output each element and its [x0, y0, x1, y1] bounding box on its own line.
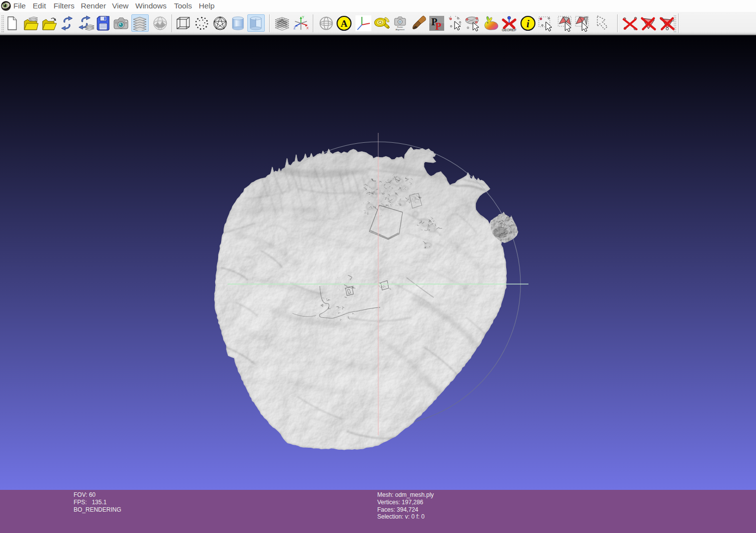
svg-text:i: i: [526, 18, 529, 30]
svg-text:X: X: [306, 26, 309, 30]
svg-text:Z: Z: [293, 26, 296, 30]
svg-text:P: P: [435, 21, 441, 31]
svg-text:A: A: [341, 18, 348, 29]
svg-text:Alignment: Alignment: [396, 28, 405, 31]
svg-text:GEOREF: GEOREF: [502, 28, 517, 32]
svg-text:Y: Y: [302, 15, 304, 19]
